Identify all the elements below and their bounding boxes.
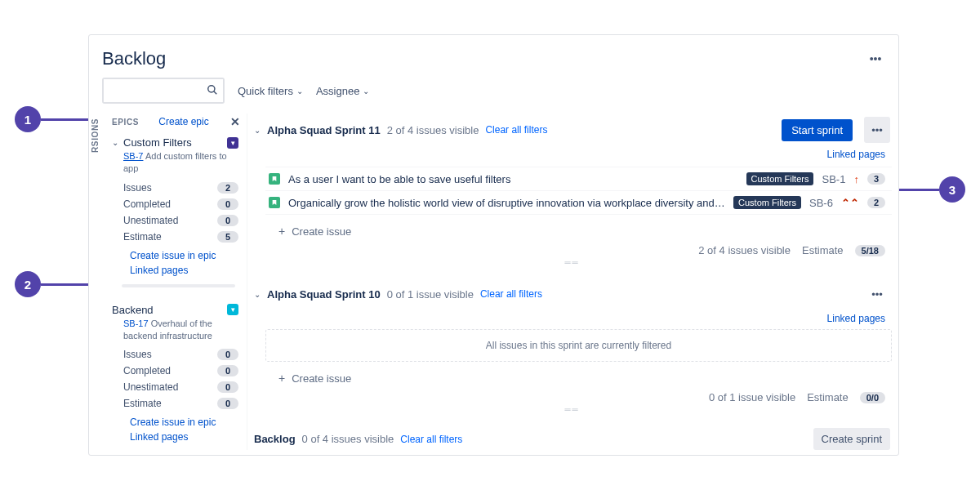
search-input[interactable]	[104, 79, 223, 102]
app-frame: Backlog ••• Quick filters ⌄ Assignee ⌄ R…	[88, 34, 899, 456]
linked-pages-link[interactable]: Linked pages	[130, 431, 238, 443]
page-title: Backlog	[102, 48, 166, 69]
chevron-down-icon: ⌄	[363, 87, 369, 96]
issue-row[interactable]: Organically grow the holistic world view…	[265, 190, 892, 215]
estimate-total-pill: 5/18	[855, 245, 885, 256]
create-issue-button[interactable]: + Create issue	[252, 365, 892, 388]
linked-pages-link[interactable]: Linked pages	[827, 149, 885, 160]
clear-filters-link[interactable]: Clear all filters	[400, 434, 462, 445]
search-input-wrapper	[102, 78, 225, 104]
epic-title-text: Backend	[112, 304, 154, 316]
epic-toggle[interactable]: Backend ▾	[112, 304, 238, 316]
empty-sprint-message: All issues in this sprint are currently …	[265, 329, 892, 362]
page-more-button[interactable]: •••	[866, 49, 885, 69]
epic-color-chip[interactable]: ▾	[227, 304, 238, 315]
story-icon	[269, 173, 280, 185]
sprint-name: Alpha Squad Sprint 10	[267, 288, 381, 301]
epic-toggle[interactable]: ⌄ Custom Filters ▾	[112, 136, 238, 149]
stat-pill: 5	[217, 231, 238, 243]
stat-pill: 0	[217, 215, 238, 226]
main-column: ⌄ Alpha Squad Sprint 11 2 of 4 issues vi…	[247, 114, 898, 450]
chevron-down-icon: ⌄	[296, 87, 303, 96]
sprint-section: ⌄ Alpha Squad Sprint 10 0 of 1 issue vis…	[252, 278, 892, 413]
priority-highest-icon: ⌃⌃	[841, 197, 859, 209]
epic-card: ⌄ Custom Filters ▾ SB-7 Add custom filte…	[100, 133, 247, 292]
drag-handle[interactable]: ══	[252, 405, 892, 413]
epic-key-link[interactable]: SB-7	[123, 151, 143, 161]
sprint-footer-meta: 0 of 1 issue visible	[709, 391, 795, 403]
backlog-section-header: Backlog 0 of 4 issues visible Clear all …	[252, 425, 892, 450]
estimate-pill: 2	[867, 197, 885, 208]
issue-row[interactable]: As a user I want to be able to save usef…	[265, 167, 892, 190]
epics-header-label: EPICS	[112, 118, 139, 127]
estimate-label: Estimate	[802, 244, 844, 256]
estimate-pill: 3	[867, 173, 885, 185]
start-sprint-button[interactable]: Start sprint	[782, 119, 853, 141]
chevron-down-icon: ⌄	[112, 138, 118, 147]
stat-pill: 0	[217, 365, 238, 376]
linked-pages-link[interactable]: Linked pages	[827, 313, 885, 324]
sprint-section: ⌄ Alpha Squad Sprint 11 2 of 4 issues vi…	[252, 114, 892, 266]
priority-high-icon: ↑	[853, 173, 859, 185]
annotation-3: 3	[939, 176, 965, 203]
epic-tag[interactable]: Custom Filters	[746, 172, 814, 185]
quick-filters-label: Quick filters	[238, 85, 293, 97]
epic-subtitle: SB-7 Add custom filters to app	[112, 149, 238, 180]
backlog-meta: 0 of 4 issues visible	[302, 433, 394, 445]
drag-handle[interactable]: ══	[252, 258, 892, 266]
epics-panel: EPICS Create epic ✕ ⌄ Custom Filters ▾ S…	[100, 114, 247, 450]
story-icon	[269, 197, 280, 208]
assignee-label: Assignee	[316, 85, 359, 97]
sprint-name: Alpha Squad Sprint 11	[267, 124, 381, 136]
versions-rail[interactable]: RSIONS	[89, 114, 100, 450]
epic-progress-bar	[122, 284, 235, 287]
create-issue-in-epic-link[interactable]: Create issue in epic	[130, 416, 238, 428]
issue-summary: As a user I want to be able to save usef…	[288, 173, 738, 185]
sprint-more-button[interactable]: •••	[864, 117, 890, 143]
plus-icon: +	[278, 372, 285, 385]
versions-label: RSIONS	[91, 118, 100, 153]
epic-card: Backend ▾ SB-17 Overhaul of the backend …	[100, 301, 247, 448]
issue-key: SB-6	[809, 197, 833, 209]
epic-subtitle: SB-17 Overhaul of the backend infrastruc…	[112, 316, 238, 347]
quick-filters-dropdown[interactable]: Quick filters ⌄	[238, 85, 303, 97]
annotation-2: 2	[15, 271, 41, 297]
create-sprint-button[interactable]: Create sprint	[813, 428, 890, 450]
create-issue-button[interactable]: + Create issue	[252, 218, 892, 241]
sprint-more-button[interactable]: •••	[864, 281, 890, 307]
create-issue-in-epic-link[interactable]: Create issue in epic	[130, 250, 238, 261]
plus-icon: +	[278, 225, 285, 238]
estimate-label: Estimate	[807, 391, 849, 403]
epic-color-chip[interactable]: ▾	[227, 137, 238, 149]
close-epics-icon[interactable]: ✕	[229, 115, 242, 128]
issue-key: SB-1	[822, 173, 845, 185]
annotation-1: 1	[15, 106, 41, 132]
epic-tag[interactable]: Custom Filters	[733, 196, 801, 209]
assignee-dropdown[interactable]: Assignee ⌄	[316, 85, 369, 97]
stat-pill: 0	[217, 381, 238, 393]
epic-title-text: Custom Filters	[123, 136, 192, 149]
sprint-footer-meta: 2 of 4 issues visible	[698, 244, 791, 256]
stat-pill: 0	[217, 398, 238, 409]
create-epic-link[interactable]: Create epic	[158, 116, 208, 127]
epic-key-link[interactable]: SB-17	[123, 318, 149, 328]
issue-summary: Organically grow the holistic world view…	[288, 197, 725, 209]
backlog-name: Backlog	[254, 433, 296, 445]
sprint-meta: 2 of 4 issues visible	[387, 124, 479, 136]
clear-filters-link[interactable]: Clear all filters	[485, 124, 547, 136]
sprint-meta: 0 of 1 issue visible	[387, 288, 474, 301]
estimate-total-pill: 0/0	[860, 392, 885, 403]
linked-pages-link[interactable]: Linked pages	[130, 265, 238, 276]
stat-pill: 0	[217, 198, 238, 210]
chevron-down-icon[interactable]: ⌄	[254, 290, 261, 299]
chevron-down-icon[interactable]: ⌄	[254, 126, 261, 135]
clear-filters-link[interactable]: Clear all filters	[480, 288, 542, 300]
stat-pill: 0	[217, 349, 238, 360]
stat-pill: 2	[217, 182, 238, 194]
